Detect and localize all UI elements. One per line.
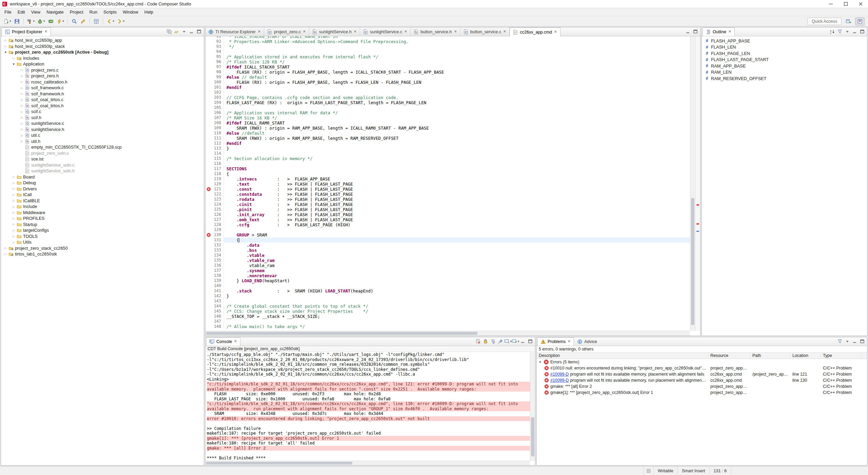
close-tab-icon[interactable]	[454, 30, 457, 34]
perspective-ccs-edit-button[interactable]	[855, 17, 865, 25]
code-line[interactable]: 133 .bss	[205, 248, 690, 253]
menu-view[interactable]: View	[28, 8, 44, 16]
tree-item[interactable]: ▷ICallBLE	[1, 198, 204, 204]
close-view-icon[interactable]	[44, 30, 48, 34]
outline-item[interactable]: #FLASH_APP_BASE	[702, 38, 867, 44]
error-marker-icon[interactable]	[205, 187, 212, 192]
view-menu-button[interactable]	[181, 28, 188, 35]
editor-horizontal-scrollbar[interactable]	[205, 331, 690, 336]
code-line[interactable]: 108#ifdef ICALL_RAM0_START	[205, 120, 690, 126]
editor-tab-cc26xx-app-cmd[interactable]: cc26xx_app.cmd	[510, 27, 560, 36]
editor-tab-button-service-h[interactable]: hbutton_service.h	[411, 27, 460, 36]
expand-arrow-icon[interactable]: ▷	[11, 229, 16, 232]
code-line[interactable]: 117SECTIONS	[205, 166, 690, 171]
editor-tab-button-service-c[interactable]: Cbutton_service.c	[460, 27, 510, 36]
code-line[interactable]: 118{	[205, 171, 690, 176]
editor-vertical-scrollbar[interactable]	[690, 36, 695, 331]
expand-arrow-icon[interactable]: ▷	[19, 80, 24, 83]
code-line[interactable]: 97#ifdef ICALL_STACK0_START	[205, 64, 690, 70]
code-line[interactable]: 101#endif	[205, 85, 690, 90]
tab-project-explorer[interactable]: Project Explorer	[2, 27, 51, 36]
menu-navigate[interactable]: Navigate	[43, 8, 67, 16]
code-line[interactable]: 115/* Section allocation in memory */	[205, 156, 690, 161]
code-line[interactable]: 145/* CCS: Change stack size under Proje…	[205, 309, 690, 314]
tree-item[interactable]: ▷Cproject_zero_stack_cc2650	[1, 245, 204, 251]
expand-arrow-icon[interactable]: ▼	[538, 360, 542, 364]
code-line[interactable]: 102	[205, 90, 690, 95]
expand-arrow-icon[interactable]: ▷	[3, 247, 8, 250]
close-view-icon[interactable]	[234, 339, 237, 344]
scroll-lock-button[interactable]	[482, 338, 489, 345]
tree-item[interactable]: ▷Cscif.c	[1, 109, 204, 115]
error-marker-icon[interactable]	[205, 232, 212, 238]
tree-item[interactable]: ▷ICall	[1, 192, 204, 198]
minimize-view-button[interactable]	[188, 28, 195, 35]
console-vertical-scrollbar[interactable]	[530, 352, 535, 461]
outline-item[interactable]: #FLASH_PAGE_LEN	[702, 50, 867, 57]
expand-arrow-icon[interactable]: ▷	[11, 241, 16, 244]
tree-item[interactable]: ▷Chost_test_cc2650lp_app	[1, 37, 204, 43]
maximize-view-button[interactable]	[692, 28, 699, 35]
code-line[interactable]: 146__STACK_TOP = __stack + __STACK_SIZE;	[205, 314, 690, 319]
code-line[interactable]: 129	[205, 227, 690, 232]
close-tab-icon[interactable]	[503, 30, 507, 34]
tree-item[interactable]: ▷hutil.h	[1, 138, 204, 145]
build-button[interactable]: ▾	[26, 17, 36, 25]
code-line[interactable]: 124 .cinit : > FLASH | FLASH_LAST_PAGE	[205, 202, 690, 207]
menu-file[interactable]: File	[1, 8, 15, 16]
tree-item[interactable]: ▷Board	[1, 174, 204, 180]
problems-row[interactable]: #10099-D program will not fit into avail…	[537, 377, 867, 383]
open-perspective-button[interactable]	[92, 17, 101, 25]
expand-arrow-icon[interactable]: ▷	[19, 128, 24, 131]
code-line[interactable]: 143	[205, 299, 690, 304]
menu-run[interactable]: Run	[86, 8, 100, 16]
expand-arrow-icon[interactable]: ▷	[19, 98, 24, 101]
expand-arrow-icon[interactable]: ▷	[11, 211, 16, 214]
outline-item[interactable]: #FLASH_LAST_PAGE_START	[702, 57, 867, 63]
expand-arrow-icon[interactable]: ▷	[11, 205, 16, 208]
code-line[interactable]: 121 .const : >> FLASH | FLASH_LAST_PAGE	[205, 187, 690, 192]
code-line[interactable]: 142}	[205, 293, 690, 299]
word-wrap-button[interactable]	[490, 338, 496, 345]
code-line[interactable]: 92 * Properties->ARM Linker->Advanced Op…	[205, 39, 690, 44]
close-tab-icon[interactable]	[353, 30, 357, 34]
code-line[interactable]: 147	[205, 319, 690, 324]
close-tab-icon[interactable]	[404, 30, 408, 34]
maximize-window-button[interactable]	[838, 0, 853, 8]
code-line[interactable]: 139 } LOAD_END(heapStart)	[205, 278, 690, 283]
expand-arrow-icon[interactable]: ▷	[11, 223, 16, 226]
code-line[interactable]: 132 .data	[205, 243, 690, 248]
expand-arrow-icon[interactable]: ▷	[19, 140, 24, 143]
tree-item[interactable]: ▷hrcosc_calibration.h	[1, 79, 204, 85]
expand-arrow-icon[interactable]: ▷	[19, 134, 24, 137]
maximize-view-button[interactable]	[196, 28, 202, 35]
console-hscroll-thumb[interactable]	[206, 462, 352, 464]
expand-arrow-icon[interactable]: ▷	[11, 199, 16, 202]
close-tab-icon[interactable]	[554, 30, 557, 35]
code-line[interactable]: 119 .intvecs : > FLASH_APP_BASE	[205, 176, 690, 182]
tree-item[interactable]: ▷Ctirtos_lab1_cc2650stk	[1, 251, 204, 257]
expand-arrow-icon[interactable]: ▷	[11, 187, 16, 190]
filter-button[interactable]	[836, 28, 843, 35]
search-button[interactable]	[70, 17, 79, 25]
debug-button[interactable]: ▾	[36, 17, 46, 25]
tree-item[interactable]: ▷Cscif_osal_tirtos.c	[1, 97, 204, 103]
tree-item[interactable]: ▷hproject_zero.h	[1, 73, 204, 79]
link-with-editor-button[interactable]	[173, 28, 180, 35]
outline-item[interactable]: #RAM_APP_BASE	[702, 63, 867, 69]
code-line[interactable]: 134 .vtable	[205, 253, 690, 258]
outline-item[interactable]: #RAM_LEN	[702, 69, 867, 76]
tree-item[interactable]: ▷CsunlightService.c	[1, 120, 204, 127]
clear-console-button[interactable]	[475, 338, 481, 345]
code-line[interactable]: 126 .init_array : >> FLASH | FLASH_LAST_…	[205, 212, 690, 217]
tree-item[interactable]: ▷Utils	[1, 239, 204, 245]
code-line[interactable]: 130 GROUP > SRAM	[205, 232, 690, 238]
code-line[interactable]: 123 .rodata : >> FLASH | FLASH_LAST_PAGE	[205, 197, 690, 202]
code-line[interactable]: 138 .nonretenvar	[205, 273, 690, 278]
column-header-description[interactable]: Description	[537, 353, 708, 359]
code-line[interactable]: 135 .vtable_ram	[205, 258, 690, 263]
editor-vscroll-thumb[interactable]	[691, 198, 694, 325]
problems-group-row[interactable]: ▼Errors (5 items)	[537, 359, 867, 365]
minimize-view-button[interactable]	[519, 338, 526, 345]
collapse-all-button[interactable]	[166, 28, 173, 35]
